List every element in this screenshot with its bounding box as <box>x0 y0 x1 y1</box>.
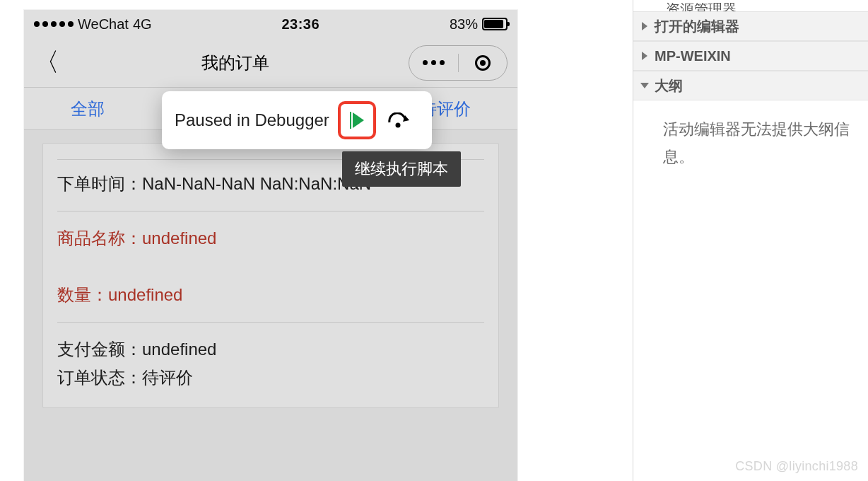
order-time-label: 下单时间： <box>57 174 142 193</box>
resume-script-button[interactable] <box>338 101 376 139</box>
capsule-close-button[interactable] <box>459 55 508 71</box>
outline-label: 大纲 <box>655 76 683 95</box>
phone-frame: WeChat4G 23:36 83% 〈 我的订单 <box>24 10 517 481</box>
editor-panel: 资源管理器 打开的编辑器 MP-WEIXIN 大纲 活动编辑器无法提供大纲信息。 <box>633 0 868 481</box>
paused-label: Paused in Debugger <box>175 110 329 130</box>
explorer-title-cut: 资源管理器 <box>633 0 868 11</box>
simulator-area: WeChat4G 23:36 83% 〈 我的订单 <box>0 0 633 481</box>
chevron-right-icon <box>642 22 647 30</box>
qty-label: 数量： <box>57 285 108 304</box>
capsule-more-button[interactable] <box>409 60 458 65</box>
status-label: 订单状态： <box>57 368 142 387</box>
nav-bar: 〈 我的订单 <box>24 38 517 88</box>
product-label: 商品名称： <box>57 228 142 248</box>
chevron-left-icon: 〈 <box>34 47 59 76</box>
carrier-label: WeChat <box>78 16 129 33</box>
status-time: 23:36 <box>281 16 319 33</box>
outline-empty-message: 活动编辑器无法提供大纲信息。 <box>633 100 868 170</box>
back-button[interactable]: 〈 <box>34 45 62 80</box>
chevron-right-icon <box>642 52 647 60</box>
status-left: WeChat4G <box>34 16 152 33</box>
section-outline[interactable]: 大纲 <box>633 71 868 100</box>
resume-tooltip: 继续执行脚本 <box>342 151 461 187</box>
battery-percent: 83% <box>450 16 478 33</box>
product-value: undefined <box>142 228 216 248</box>
status-value: 待评价 <box>142 368 193 387</box>
watermark: CSDN @liyinchi1988 <box>735 459 858 474</box>
status-right: 83% <box>450 16 508 33</box>
section-open-editors[interactable]: 打开的编辑器 <box>633 11 868 41</box>
mp-weixin-label: MP-WEIXIN <box>655 48 731 64</box>
debugger-popup: Paused in Debugger <box>162 91 432 149</box>
order-time-value: NaN-NaN-NaN NaN:NaN:NaN <box>142 174 371 193</box>
status-bar: WeChat4G 23:36 83% <box>24 10 517 38</box>
open-editors-label: 打开的编辑器 <box>655 17 739 36</box>
pay-label: 支付金额： <box>57 340 142 359</box>
capsule-menu <box>409 45 508 81</box>
step-over-button[interactable] <box>385 106 413 134</box>
more-icon <box>423 60 445 65</box>
product-row: 商品名称：undefined <box>57 224 484 253</box>
status-row: 订单状态：待评价 <box>57 364 484 392</box>
play-icon <box>351 113 363 127</box>
signal-dots-icon <box>34 21 74 27</box>
step-over-icon <box>388 112 409 128</box>
target-icon <box>475 55 491 71</box>
svg-point-1 <box>395 123 400 128</box>
qty-value: undefined <box>108 285 182 304</box>
tab-all[interactable]: 全部 <box>65 98 110 120</box>
network-label: 4G <box>133 16 152 33</box>
pay-row: 支付金额：undefined <box>57 335 484 364</box>
qty-row: 数量：undefined <box>57 281 484 309</box>
page-title: 我的订单 <box>201 52 269 74</box>
battery-icon <box>482 18 508 30</box>
chevron-down-icon <box>640 83 649 88</box>
pay-value: undefined <box>142 340 216 359</box>
section-mp-weixin[interactable]: MP-WEIXIN <box>633 41 868 71</box>
